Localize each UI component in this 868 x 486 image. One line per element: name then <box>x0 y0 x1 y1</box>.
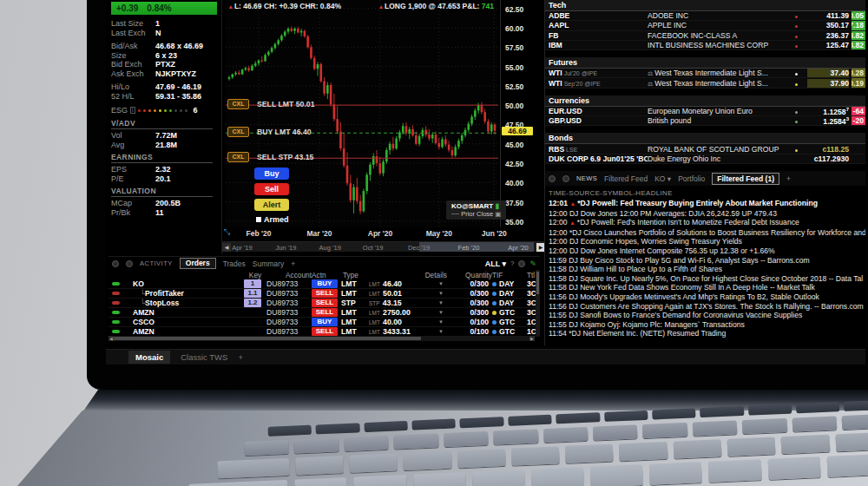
orders-tab-trades[interactable]: Trades <box>223 259 246 268</box>
sell-button[interactable]: Sell <box>254 183 289 195</box>
details-cell[interactable]: LMT3433.31▼ <box>369 327 447 336</box>
dropdown-arrow-icon[interactable]: ▼ <box>438 300 447 305</box>
x-axis-label: Mar '20 <box>307 229 332 238</box>
range-label: Apr '19 <box>232 244 253 252</box>
chart-y-axis[interactable]: 62.5060.0057.5055.0052.5050.0047.5045.00… <box>500 0 543 227</box>
contract-type-icon: ⚖ <box>648 81 654 87</box>
news-item[interactable]: 12:00 DJ Dow Jones 12:00 PM Averages: DJ… <box>545 209 865 219</box>
keyboard-key <box>796 402 840 413</box>
watchlist-row[interactable]: FBFACEBOOK INC-CLASS A236.37+3.82 <box>545 31 865 41</box>
keyboard-key <box>835 432 868 451</box>
news-tab-filtered-feed[interactable]: Filtered Feed <box>604 174 648 183</box>
watchlist-row[interactable]: WTI Jul'20 @IPE⚖ West Texas Intermediate… <box>545 69 865 78</box>
armed-checkbox[interactable]: Armed <box>256 215 289 224</box>
order-row[interactable]: └ProfitTaker1.1DU89733SELLLMTLMT50.01▼0/… <box>108 289 540 299</box>
symbol-cell: FB <box>545 31 648 40</box>
tif-icon <box>492 311 496 315</box>
filter-all-dropdown[interactable]: ALL ▾ <box>485 259 506 268</box>
news-item[interactable]: 11:54 *DJ Net Element Inc. (NETE) Resume… <box>545 329 865 338</box>
cancel-order-button[interactable]: CXL <box>227 152 249 162</box>
news-tab--[interactable]: + <box>786 174 791 183</box>
watchlist-row[interactable]: GBP.USDBritish pound1.25843-20 <box>545 116 865 126</box>
dropdown-arrow-icon[interactable]: ▼ <box>438 319 447 325</box>
orders-tab-+[interactable]: + <box>291 259 295 268</box>
edit-icon[interactable]: ✎ <box>529 259 536 268</box>
scroll-right-arrow[interactable]: ▶ <box>529 336 535 341</box>
workspace-tab-mosaic[interactable]: Mosaic <box>128 351 170 364</box>
order-row[interactable]: CSCODU89733BUYLMTLMT40.00▼0/100GTC1C <box>108 318 540 327</box>
news-tab-news[interactable]: NEWS <box>576 174 597 182</box>
news-item[interactable]: 11:55 DJ Sanofi Bows to France's Demand … <box>545 311 865 320</box>
news-item[interactable]: 12:00 DJ Economic Hopes, Worries Swing T… <box>545 237 865 246</box>
cancel-order-button[interactable]: CXL <box>227 127 249 137</box>
orders-horizontal-scrollbar[interactable]: ◀▶ <box>108 336 535 341</box>
order-row[interactable]: └StopLoss1.2DU89733SELLSTPSTP43.15▼0/300… <box>108 299 540 308</box>
dot-icon <box>795 36 798 38</box>
quote-row: Hi/Lo47.69 - 46.19 <box>111 82 221 92</box>
news-tab-filtered-feed-1-[interactable]: Filtered Feed (1) <box>712 173 779 185</box>
details-cell[interactable]: STP43.15▼ <box>369 299 447 307</box>
action-badge: BUY <box>312 279 338 288</box>
news-item[interactable]: 11:56 DJ Moody's Upgrades Metinvest's An… <box>545 292 865 302</box>
orders-tab-activity[interactable]: ACTIVITY <box>140 259 173 267</box>
news-item[interactable]: 11:59 DJ Buy Cisco Stock to Play 5G and … <box>545 256 865 266</box>
cancel-order-button[interactable]: CXL <box>227 99 249 109</box>
help-icon[interactable]: ? <box>510 259 514 267</box>
watchlist-row[interactable]: IBMINTL BUSINESS MACHINES CORP125.47+3.8… <box>545 41 865 50</box>
news-settings-icon[interactable] <box>549 175 556 182</box>
news-item[interactable]: 12:00 ▲ *DJ Powell: Fed's Intention Isn'… <box>545 218 865 228</box>
news-item[interactable]: 11:56 DJ Customers Are Shopping Again at… <box>545 302 865 312</box>
view-icon[interactable] <box>518 260 525 267</box>
esg-dot <box>138 109 141 112</box>
quote-label: Last Size <box>111 19 155 29</box>
dropdown-arrow-icon[interactable]: ▼ <box>438 310 447 315</box>
watchlist-row[interactable]: DUK CORP 6.9 Jun01'25 'BCID...Duke Energ… <box>545 154 865 164</box>
dropdown-arrow-icon[interactable]: ▼ <box>438 329 447 334</box>
dropdown-arrow-icon[interactable]: ▼ <box>438 291 447 296</box>
details-cell[interactable]: LMT50.01▼ <box>369 289 447 298</box>
status-cell <box>108 311 122 314</box>
order-row[interactable]: AMZNDU89733SELLLMTLMT2750.00▼0/300GTC3C <box>108 308 540 318</box>
chart-range-scrollbar[interactable]: ◀ ▶ Apr '19Jun '19Aug '19Oct '19Dec '19F… <box>222 241 545 252</box>
scroll-left-arrow[interactable]: ◀ <box>108 336 114 341</box>
news-item[interactable]: 11:58 DJ New York Fed Data Shows Economy… <box>545 283 865 292</box>
alert-button[interactable]: Alert <box>254 199 289 211</box>
news-item[interactable]: 12:00 *DJ Cisco Launches Portfolio of So… <box>545 228 865 238</box>
order-row[interactable]: KO1DU89733BUYLMTLMT46.40▼0/300DAY3C <box>108 279 540 289</box>
y-axis-label: 50.00 <box>505 102 523 110</box>
dropdown-arrow-icon[interactable]: ▼ <box>438 281 447 286</box>
watchlist-row[interactable]: AAPLAPPLE INC350.17+7.18 <box>545 21 865 30</box>
news-item[interactable]: 11:55 DJ Kojamo Oyj: Kojamo Plc: Manager… <box>545 320 865 330</box>
checkbox-icon[interactable]: ▣ <box>495 210 501 218</box>
range-left-arrow[interactable]: ◀ <box>222 243 231 252</box>
news-item[interactable]: 11:58 DJ Square Inc. Up Nearly 5%, On Pa… <box>545 274 865 284</box>
details-cell[interactable]: LMT2750.00▼ <box>369 308 447 317</box>
workspace-tab-classic-tws[interactable]: Classic TWS <box>181 352 227 362</box>
news-item[interactable]: 12:01 ▲ *DJ Powell: Fed Treasury Buying … <box>545 199 865 209</box>
details-cell[interactable]: LMT46.40▼ <box>369 279 447 288</box>
watchlist-row[interactable]: RBS LSEROYAL BANK OF SCOTLAND GROUPc118.… <box>545 144 865 154</box>
quantity-cell: 0/300 <box>447 299 492 307</box>
news-tab-ko-[interactable]: KO ▾ <box>654 174 671 183</box>
orders-tab-orders[interactable]: Orders <box>180 258 216 269</box>
buy-button[interactable]: Buy <box>254 167 289 180</box>
details-cell[interactable]: LMT40.00▼ <box>369 318 447 326</box>
watchlist-row[interactable]: ADBEADOBE INC411.39+10.05 <box>545 11 865 21</box>
workspace-tab--[interactable]: + <box>238 352 243 362</box>
quote-row: Bid/Ask46.68 x 46.69 <box>111 42 221 51</box>
news-item[interactable]: 12:00 DJ Dow Jones Internet Composite 75… <box>545 246 865 256</box>
orders-tab-summary[interactable]: Summary <box>253 259 284 268</box>
trade-status-dot <box>785 116 807 125</box>
tif-cell: DAY <box>492 279 527 288</box>
x-axis-label: Apr '20 <box>368 229 392 238</box>
orders-vertical-scrollbar[interactable] <box>536 270 540 336</box>
watchlist-row[interactable]: EUR.USDEuropean Monetary Union Euro1.125… <box>545 107 865 116</box>
news-item[interactable]: 11:58 DJ William Hill to Place Up to a F… <box>545 265 865 274</box>
pan-icon[interactable]: ⤡ <box>224 227 230 237</box>
news-filter-icon[interactable] <box>562 175 569 182</box>
news-tab-portfolio[interactable]: Portfolio <box>678 174 705 183</box>
orders-settings-icon[interactable] <box>112 260 119 267</box>
status-cell <box>108 320 122 324</box>
orders-filter-icon[interactable] <box>126 260 133 267</box>
watchlist-row[interactable]: WTI Sep'20 @IPE⚖ West Texas Intermediate… <box>545 78 865 88</box>
